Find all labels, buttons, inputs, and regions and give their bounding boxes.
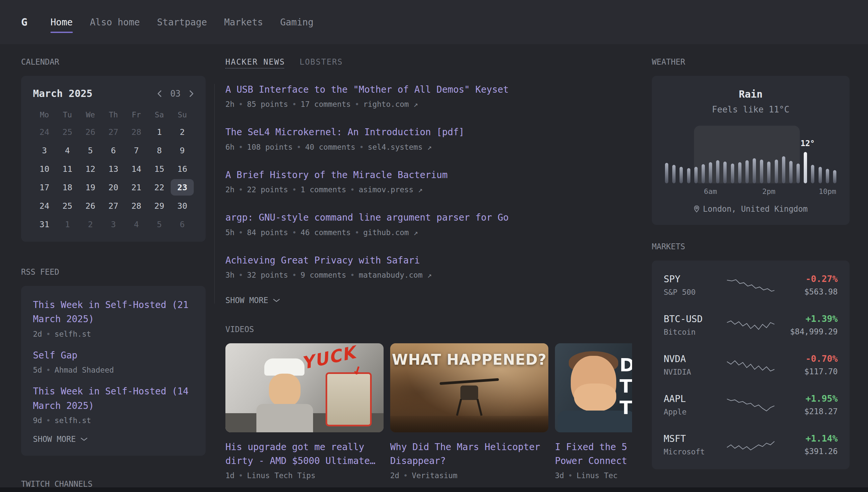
separator-dot: • bbox=[354, 100, 359, 108]
calendar-day[interactable]: 3 bbox=[102, 216, 125, 232]
market-row[interactable]: BTC-USD Bitcoin +1.39% $84,999.29 bbox=[664, 305, 838, 345]
tab-lobsters[interactable]: LOBSTERS bbox=[299, 57, 343, 67]
video-title[interactable]: His upgrade got me really dirty - AMD $5… bbox=[226, 440, 384, 468]
calendar-day[interactable]: 6 bbox=[171, 216, 194, 232]
calendar-day[interactable]: 13 bbox=[102, 161, 125, 177]
calendar-day[interactable]: 23 bbox=[171, 179, 194, 196]
nav-tab-startpage[interactable]: Startpage bbox=[157, 0, 207, 44]
market-row[interactable]: MSFT Microsoft +1.14% $391.26 bbox=[664, 425, 838, 465]
calendar-day[interactable]: 4 bbox=[125, 216, 148, 232]
calendar-day[interactable]: 2 bbox=[171, 124, 194, 140]
calendar-day[interactable]: 28 bbox=[125, 124, 148, 140]
weather-widget: WEATHER Rain Feels like 11°C 12° 6am 2pm… bbox=[652, 57, 849, 225]
calendar-day[interactable]: 5 bbox=[79, 142, 102, 158]
calendar-day[interactable]: 15 bbox=[148, 161, 171, 177]
calendar-day[interactable]: 1 bbox=[56, 216, 79, 232]
calendar-day[interactable]: 28 bbox=[125, 198, 148, 214]
calendar-day[interactable]: 12 bbox=[79, 161, 102, 177]
chevron-right-icon[interactable] bbox=[189, 90, 194, 98]
market-row[interactable]: SPY S&P 500 -0.27% $563.98 bbox=[664, 265, 838, 305]
calendar-day[interactable]: 25 bbox=[56, 124, 79, 140]
nav-tab-home[interactable]: Home bbox=[50, 0, 73, 44]
nav-tab-gaming[interactable]: Gaming bbox=[280, 0, 313, 44]
calendar-day[interactable]: 6 bbox=[102, 142, 125, 158]
news-item-title[interactable]: A USB Interface to the "Mother of All De… bbox=[226, 82, 632, 97]
calendar-day[interactable]: 1 bbox=[148, 124, 171, 140]
calendar-day[interactable]: 16 bbox=[171, 161, 194, 177]
calendar-day[interactable]: 24 bbox=[33, 124, 56, 140]
rss-item[interactable]: Self Gap 5d • Ahmad Shadeed bbox=[33, 348, 194, 374]
chevron-left-icon[interactable] bbox=[157, 90, 162, 98]
weather-hour-bar bbox=[826, 169, 829, 183]
news-item-comments-link[interactable]: 46 comments bbox=[300, 228, 351, 237]
separator-dot: • bbox=[403, 471, 408, 480]
rss-item[interactable]: This Week in Self-Hosted (14 March 2025)… bbox=[33, 384, 194, 425]
calendar-day[interactable]: 8 bbox=[148, 142, 171, 158]
rss-show-more-button[interactable]: SHOW MORE bbox=[33, 435, 194, 444]
weather-hour-bar bbox=[782, 156, 785, 183]
news-item-title[interactable]: argp: GNU-style command line argument pa… bbox=[226, 211, 632, 225]
calendar-day[interactable]: 26 bbox=[79, 124, 102, 140]
calendar-day[interactable]: 31 bbox=[33, 216, 56, 232]
calendar-day[interactable]: 24 bbox=[33, 198, 56, 214]
news-item-title[interactable]: Achieving Great Privacy with Safari bbox=[226, 253, 632, 267]
calendar-day[interactable]: 30 bbox=[171, 198, 194, 214]
weather-card: Rain Feels like 11°C 12° 6am 2pm 10pm Lo… bbox=[652, 76, 849, 225]
calendar-day[interactable]: 10 bbox=[33, 161, 56, 177]
news-item-comments-link[interactable]: 17 comments bbox=[300, 100, 351, 108]
calendar-day[interactable]: 2 bbox=[79, 216, 102, 232]
calendar-day[interactable]: 21 bbox=[125, 179, 148, 196]
news-item-source-link[interactable]: asimov.press ↗ bbox=[359, 185, 422, 194]
nav-tab-also-home[interactable]: Also home bbox=[90, 0, 140, 44]
video-thumbnail[interactable]: YUCK ↓ bbox=[226, 343, 384, 432]
news-item-source-link[interactable]: matanabudy.com ↗ bbox=[359, 271, 432, 279]
video-title[interactable]: I Fixed the 5 Power Connect bbox=[555, 440, 632, 468]
news-item-source-link[interactable]: github.com ↗ bbox=[363, 228, 418, 237]
market-change: -0.27% bbox=[775, 274, 838, 284]
calendar-day[interactable]: 11 bbox=[56, 161, 79, 177]
separator-dot: • bbox=[46, 330, 51, 338]
calendar-day[interactable]: 4 bbox=[56, 142, 79, 158]
market-row[interactable]: NVDA NVIDIA -0.70% $117.70 bbox=[664, 345, 838, 385]
calendar-day[interactable]: 29 bbox=[148, 198, 171, 214]
video-channel: Veritasium bbox=[412, 471, 457, 480]
calendar-day[interactable]: 17 bbox=[33, 179, 56, 196]
news-item-comments-link[interactable]: 1 comments bbox=[300, 185, 346, 194]
calendar-day[interactable]: 9 bbox=[171, 142, 194, 158]
news-item-age: 6h bbox=[226, 143, 235, 151]
calendar-day[interactable]: 26 bbox=[79, 198, 102, 214]
logo[interactable]: G bbox=[21, 16, 27, 28]
calendar-day[interactable]: 27 bbox=[102, 124, 125, 140]
calendar-day[interactable]: 14 bbox=[125, 161, 148, 177]
tab-hacker-news[interactable]: HACKER NEWS bbox=[226, 57, 285, 67]
calendar-day[interactable]: 7 bbox=[125, 142, 148, 158]
calendar-day[interactable]: 22 bbox=[148, 179, 171, 196]
news-show-more-button[interactable]: SHOW MORE bbox=[226, 296, 632, 305]
video-thumbnail[interactable]: DO T T bbox=[555, 343, 632, 432]
rss-item-title[interactable]: This Week in Self-Hosted (14 March 2025) bbox=[33, 384, 194, 413]
nav-tab-markets[interactable]: Markets bbox=[224, 0, 263, 44]
market-row[interactable]: AAPL Apple +1.95% $218.27 bbox=[664, 385, 838, 425]
calendar-day[interactable]: 27 bbox=[102, 198, 125, 214]
calendar-day[interactable]: 18 bbox=[56, 179, 79, 196]
rss-item[interactable]: This Week in Self-Hosted (21 March 2025)… bbox=[33, 298, 194, 338]
news-item-source-link[interactable]: sel4.systems ↗ bbox=[368, 143, 432, 151]
news-item-comments-link[interactable]: 9 comments bbox=[300, 271, 346, 279]
calendar-day[interactable]: 20 bbox=[102, 179, 125, 196]
rss-item-title[interactable]: Self Gap bbox=[33, 348, 194, 362]
news-item-title[interactable]: The SeL4 Microkernel: An Introduction [p… bbox=[226, 125, 632, 139]
news-item-comments-link[interactable]: 40 comments bbox=[305, 143, 355, 151]
calendar-day[interactable]: 3 bbox=[33, 142, 56, 158]
ground-illustration bbox=[390, 416, 548, 432]
calendar-weekdays: MoTuWeThFrSaSu bbox=[33, 108, 194, 122]
news-item-source-link[interactable]: righto.com ↗ bbox=[363, 100, 418, 108]
video-title[interactable]: Why Did The Mars Helicopter Disappear? bbox=[390, 440, 548, 468]
calendar-day[interactable]: 19 bbox=[79, 179, 102, 196]
rss-item-title[interactable]: This Week in Self-Hosted (21 March 2025) bbox=[33, 298, 194, 326]
calendar-day[interactable]: 25 bbox=[56, 198, 79, 214]
thumbnail-overlay-text: YUCK bbox=[299, 343, 357, 373]
separator-dot: • bbox=[292, 100, 296, 108]
news-item-title[interactable]: A Brief History of the Miracle Bacterium bbox=[226, 168, 632, 182]
video-thumbnail[interactable]: WHAT HAPPENED? bbox=[390, 343, 548, 432]
calendar-day[interactable]: 5 bbox=[148, 216, 171, 232]
